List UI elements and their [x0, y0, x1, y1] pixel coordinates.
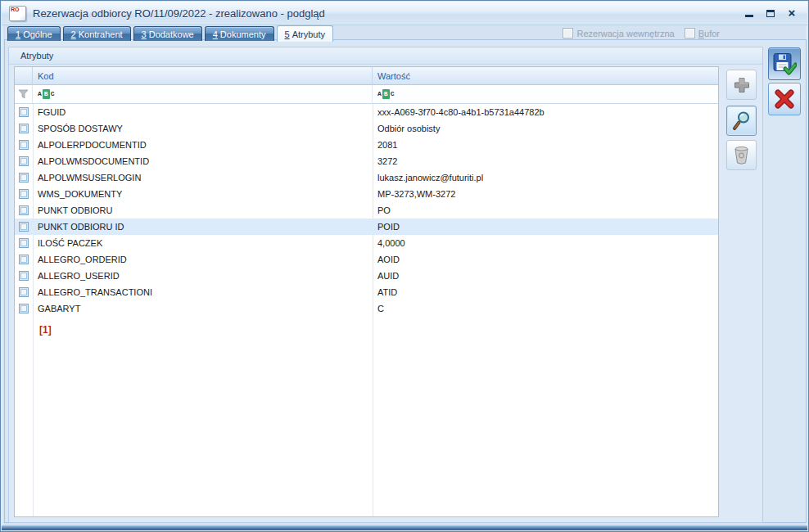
table-row[interactable]: ALLEGRO_ORDERID AOID: [15, 251, 718, 268]
cell-wartosc: 4,0000: [373, 238, 718, 248]
save-button[interactable]: [768, 47, 801, 80]
cell-kod: GABARYT: [33, 304, 373, 313]
cell-kod: ALLEGRO_TRANSACTIONI: [33, 287, 373, 297]
delete-attribute-button[interactable]: [726, 140, 757, 170]
checkbox-rezerwacja-wewnetrzna[interactable]: Rezerwacja wewnętrzna: [563, 28, 674, 38]
tab-atrybuty[interactable]: 5 Atrybuty: [277, 25, 333, 42]
cell-wartosc: MP-3273,WM-3272: [373, 189, 718, 199]
table-row[interactable]: ALPOLWMSDOCUMENTID 3272: [15, 153, 718, 169]
row-checkbox[interactable]: [19, 156, 29, 166]
header-options: Rezerwacja wewnętrzna Bufor: [563, 28, 720, 38]
header-indicator-cell: [15, 67, 33, 85]
cell-wartosc: C: [373, 304, 718, 313]
row-select-cell: [15, 124, 33, 133]
cell-kod: ILOŚĆ PACZEK: [33, 238, 373, 248]
tab-label: Dodatkowe: [149, 29, 194, 39]
cell-kod: ALPOLERPDOCUMENTID: [33, 140, 373, 150]
table-row[interactable]: WMS_DOKUMENTY MP-3273,WM-3272: [15, 186, 718, 202]
tab-accelerator: 5: [285, 29, 290, 39]
row-checkbox[interactable]: [19, 205, 29, 215]
cell-wartosc: lukasz.janowicz@futuriti.pl: [373, 173, 718, 183]
table-row[interactable]: ALLEGRO_USERID AUID: [15, 268, 718, 284]
row-checkbox[interactable]: [19, 238, 29, 248]
table-row[interactable]: GABARYT C: [15, 300, 718, 317]
maximize-button[interactable]: [765, 7, 776, 19]
tab-accelerator: 1: [16, 29, 20, 39]
attributes-table: Kod Wartość ABC: [14, 66, 719, 517]
row-select-cell: [15, 205, 33, 215]
tab-dodatkowe[interactable]: 3 Dodatkowe: [133, 26, 202, 41]
minimize-button[interactable]: [743, 7, 755, 19]
cell-wartosc: 2081: [373, 140, 718, 150]
tab-ogolne[interactable]: 1 Ogólne: [7, 26, 61, 41]
row-select-cell: [15, 173, 33, 183]
cell-kod: ALPOLWMSUSERLOGIN: [33, 173, 373, 183]
cancel-button[interactable]: [768, 83, 801, 115]
save-floppy-icon: [772, 52, 797, 76]
checkbox-icon: [685, 28, 695, 38]
tab-page-atrybuty: Atrybuty Kod Wartość: [4, 39, 807, 523]
row-count-label: [1]: [39, 324, 718, 336]
row-select-cell: [15, 287, 33, 297]
row-checkbox[interactable]: [19, 287, 29, 297]
filter-input-wartosc[interactable]: ABC: [373, 85, 718, 103]
tab-kontrahent[interactable]: 2 Kontrahent: [63, 26, 131, 41]
app-window: RO Rezerwacja odbiorcy RO/11/09/2022 - z…: [0, 0, 809, 532]
column-header-kod[interactable]: Kod: [33, 67, 373, 85]
atrybuty-panel: Atrybuty Kod Wartość: [8, 47, 763, 523]
tab-label: Atrybuty: [292, 29, 325, 39]
minimize-icon: [745, 15, 753, 17]
tab-accelerator: 2: [71, 29, 76, 39]
cell-kod: WMS_DOKUMENTY: [33, 189, 373, 199]
cell-kod: ALPOLWMSDOCUMENTID: [33, 156, 373, 166]
column-header-wartosc[interactable]: Wartość: [373, 67, 718, 85]
row-checkbox[interactable]: [19, 189, 29, 199]
table-row[interactable]: PUNKT ODBIORU ID POID: [15, 219, 718, 235]
cell-kod: ALLEGRO_USERID: [33, 271, 373, 281]
row-select-cell: [15, 156, 33, 166]
maximize-icon: [766, 10, 775, 17]
row-checkbox[interactable]: [19, 222, 29, 232]
table-row[interactable]: ALLEGRO_TRANSACTIONI ATID: [15, 284, 718, 300]
cancel-x-icon: [773, 88, 796, 110]
plus-icon: [732, 75, 752, 95]
row-checkbox[interactable]: [19, 304, 29, 313]
cell-kod: FGUID: [33, 107, 373, 117]
cell-wartosc: Odbiór osobisty: [373, 124, 718, 133]
row-select-cell: [15, 255, 33, 264]
panel-title: Atrybuty: [9, 47, 762, 65]
filter-input-kod[interactable]: ABC: [33, 85, 373, 103]
cell-wartosc: POID: [373, 222, 718, 232]
view-attribute-button[interactable]: [726, 106, 757, 136]
table-row[interactable]: FGUID xxx-A069-3f70-4c80-a4b1-b5731a4478…: [15, 104, 718, 120]
table-row[interactable]: PUNKT ODBIORU PO: [15, 202, 718, 219]
tab-label: Dokumenty: [220, 29, 266, 39]
row-checkbox[interactable]: [19, 124, 29, 133]
cell-kod: SPOSÓB DOSTAWY: [33, 124, 373, 133]
row-checkbox[interactable]: [19, 140, 29, 150]
cell-wartosc: 3272: [373, 156, 718, 166]
checkbox-label: Rezerwacja wewnętrzna: [576, 29, 674, 38]
cell-kod: PUNKT ODBIORU ID: [33, 222, 373, 232]
cell-kod: ALLEGRO_ORDERID: [33, 255, 373, 264]
table-row[interactable]: ALPOLERPDOCUMENTID 2081: [15, 137, 718, 153]
tab-dokumenty[interactable]: 4 Dokumenty: [205, 26, 274, 41]
table-body: FGUID xxx-A069-3f70-4c80-a4b1-b5731a4478…: [15, 104, 718, 317]
row-select-cell: [15, 271, 33, 281]
row-checkbox[interactable]: [19, 107, 29, 117]
trash-icon: [732, 145, 751, 165]
row-select-cell: [15, 107, 33, 117]
table-row[interactable]: SPOSÓB DOSTAWY Odbiór osobisty: [15, 120, 718, 137]
row-checkbox[interactable]: [19, 271, 29, 281]
close-button[interactable]: ×: [786, 7, 798, 19]
table-row[interactable]: ILOŚĆ PACZEK 4,0000: [15, 235, 718, 251]
table-row[interactable]: ALPOLWMSUSERLOGIN lukasz.janowicz@futuri…: [15, 169, 718, 186]
row-checkbox[interactable]: [19, 173, 29, 183]
tab-label: Kontrahent: [79, 29, 123, 39]
add-attribute-button[interactable]: [726, 70, 757, 100]
row-select-cell: [15, 140, 33, 150]
row-checkbox[interactable]: [19, 255, 29, 264]
cell-wartosc: xxx-A069-3f70-4c80-a4b1-b5731a44782b: [373, 107, 718, 117]
checkbox-bufor[interactable]: Bufor: [685, 28, 720, 38]
row-select-cell: [15, 189, 33, 199]
